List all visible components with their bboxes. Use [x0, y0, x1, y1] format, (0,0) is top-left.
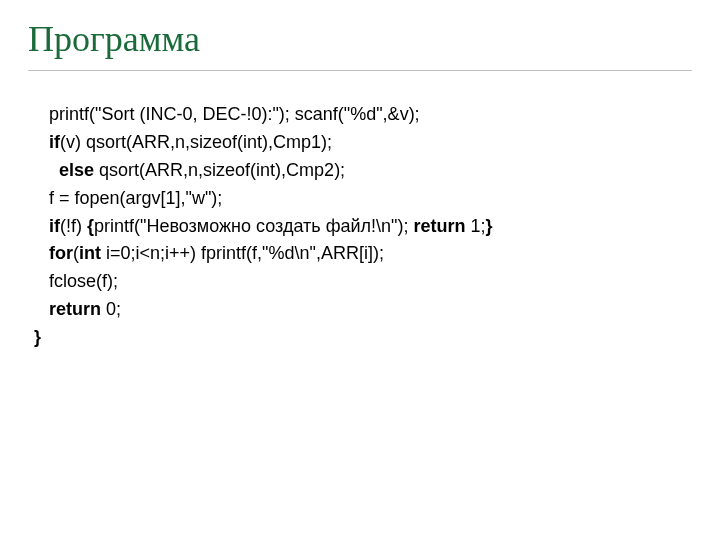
slide-title: Программа: [28, 18, 692, 64]
keyword-if: if: [49, 132, 60, 152]
title-underline: [28, 70, 692, 71]
code-block: printf("Sort (INC-0, DEC-!0):"); scanf("…: [28, 101, 692, 352]
code-line-5-b: (!f): [60, 216, 87, 236]
code-line-5-d: 1;: [465, 216, 485, 236]
code-line-4: f = fopen(argv[1],"w");: [34, 188, 222, 208]
brace-open: {: [87, 216, 94, 236]
keyword-for: for: [49, 243, 73, 263]
code-line-8-b: 0;: [101, 299, 121, 319]
code-line-3-indent: [34, 160, 59, 180]
keyword-else: else: [59, 160, 94, 180]
code-line-6-c: i=0;i<n;i++) fprintf(f,"%d\n",ARR[i]);: [101, 243, 384, 263]
code-line-5-c: printf("Невозможно создать файл!\n");: [94, 216, 413, 236]
keyword-int: int: [79, 243, 101, 263]
code-line-6-indent: [34, 243, 49, 263]
code-line-8-indent: [34, 299, 49, 319]
keyword-return: return: [413, 216, 465, 236]
code-line-2-indent: [34, 132, 49, 152]
keyword-return-2: return: [49, 299, 101, 319]
code-line-9: }: [34, 327, 41, 347]
brace-close: }: [485, 216, 492, 236]
code-line-7: fclose(f);: [34, 271, 118, 291]
code-line-2-rest: (v) qsort(ARR,n,sizeof(int),Cmp1);: [60, 132, 332, 152]
code-line-3-rest: qsort(ARR,n,sizeof(int),Cmp2);: [94, 160, 345, 180]
keyword-if-2: if: [49, 216, 60, 236]
code-line-1: printf("Sort (INC-0, DEC-!0):"); scanf("…: [34, 104, 420, 124]
code-line-5-indent: [34, 216, 49, 236]
slide: Программа printf("Sort (INC-0, DEC-!0):"…: [0, 0, 720, 540]
